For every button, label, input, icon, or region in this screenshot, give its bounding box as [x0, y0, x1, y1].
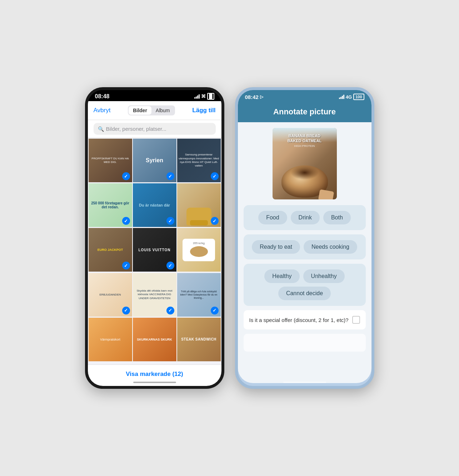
special-offer-label: Is it a special offer (discount, 2 for 1…	[249, 317, 352, 323]
left-status-icons: ⌘ █	[194, 93, 214, 100]
page-container: 08:48 ⌘ █ Avbryt Bilder Album	[85, 87, 374, 389]
list-item[interactable]: LOUIS VUITTON ✓	[133, 228, 176, 272]
type-option-buttons: Food Drink Both	[249, 211, 360, 224]
annotate-header: Annotate picture	[238, 101, 371, 122]
needs-cooking-button[interactable]: Needs cooking	[304, 240, 357, 254]
preparation-option-buttons: Ready to eat Needs cooking	[249, 240, 360, 254]
preparation-option-group: Ready to eat Needs cooking	[244, 234, 366, 259]
drink-button[interactable]: Drink	[291, 211, 320, 224]
list-item[interactable]: Samsung presenterar värmepumps-Innovatio…	[177, 139, 221, 182]
right-time: 08:42	[245, 94, 259, 100]
partial-section	[244, 334, 366, 352]
check-badge: ✓	[211, 172, 219, 180]
list-item[interactable]: PROFFSKRAFT DU KAN HA MED DIG. ✓	[89, 139, 132, 182]
list-item[interactable]: ✓	[177, 183, 221, 227]
location-icon: ▷	[260, 94, 263, 99]
check-badge: ✓	[122, 307, 130, 314]
signal-icon	[339, 95, 344, 99]
list-item[interactable]: STEAK SANDWICH	[177, 318, 221, 361]
search-input[interactable]: 🔍 Bilder, personer, platser...	[94, 123, 216, 135]
check-badge: ✓	[166, 217, 174, 225]
view-selected-button[interactable]: Visa markerade (12)	[126, 371, 183, 377]
battery-icon: █	[207, 93, 214, 100]
check-badge: ✓	[166, 262, 174, 269]
health-option-group: Healthy Unhealthy Cannot decide	[244, 264, 366, 306]
list-item[interactable]: Värmpratskort	[89, 318, 132, 361]
health-option-buttons: Healthy Unhealthy	[249, 269, 360, 283]
list-item[interactable]: Skydda ditt ofödda barn mot kikhosta VAC…	[133, 273, 176, 317]
right-status-icons: 4G 100	[339, 94, 364, 100]
healthy-button[interactable]: Healthy	[264, 269, 299, 283]
photo-footer: Visa markerade (12)	[88, 365, 221, 383]
check-badge: ✓	[122, 172, 130, 180]
unhealthy-button[interactable]: Unhealthy	[303, 269, 345, 283]
check-badge: ✓	[166, 172, 174, 180]
left-time: 08:48	[95, 93, 110, 100]
annotate-body: BANANA BREAD BAKED OATMEAL HIGH PROTEIN	[238, 122, 371, 383]
left-status-bar: 08:48 ⌘ █	[88, 90, 221, 101]
both-button[interactable]: Both	[323, 211, 351, 224]
search-bar: 🔍 Bilder, personer, platser...	[88, 120, 221, 138]
check-badge: ✓	[122, 262, 130, 269]
photo-picker-header: Avbryt Bilder Album Lägg till	[88, 101, 221, 120]
signal-icon	[194, 94, 200, 99]
battery-icon: 100	[353, 94, 364, 100]
right-status-bar: 08:42 ▷ 4G 100	[238, 90, 371, 101]
home-indicator-right	[283, 382, 326, 383]
check-badge: ✓	[211, 307, 219, 314]
list-item[interactable]: Du är nästan där ✓	[133, 183, 176, 227]
photo-picker-tabs: Bilder Album	[128, 105, 175, 115]
photo-picker-content: Avbryt Bilder Album Lägg till 🔍 Bilder, …	[88, 101, 221, 383]
list-item[interactable]: Syrien ✓	[133, 139, 176, 182]
search-icon: 🔍	[98, 126, 104, 132]
check-badge: ✓	[166, 307, 174, 314]
cannot-decide-button[interactable]: Cannot decide	[278, 287, 331, 300]
network-type: 4G	[346, 94, 352, 100]
list-item[interactable]: SKURKARNAS SKURK	[133, 318, 176, 361]
list-item[interactable]: Trött på dåliga och fula solskydd bilen?…	[177, 273, 221, 317]
search-placeholder: Bilder, personer, platser...	[106, 126, 166, 132]
ready-to-eat-button[interactable]: Ready to eat	[252, 240, 300, 254]
list-item[interactable]: 355 kr/kg	[177, 228, 221, 272]
cancel-button[interactable]: Avbryt	[94, 107, 111, 114]
food-image-title-2: BAKED OATMEAL	[288, 138, 322, 143]
check-badge: ✓	[211, 217, 219, 225]
food-image: BANANA BREAD BAKED OATMEAL HIGH PROTEIN	[273, 128, 337, 199]
wifi-icon: ⌘	[201, 94, 206, 99]
tab-album[interactable]: Album	[151, 106, 174, 115]
annotate-title: Annotate picture	[244, 107, 366, 116]
annotate-screen: Annotate picture BANANA BREAD BAKED OATM…	[238, 101, 371, 383]
food-image-title-1: BANANA BREAD	[288, 133, 322, 138]
special-offer-row: Is it a special offer (discount, 2 for 1…	[244, 310, 366, 329]
food-image-container: BANANA BREAD BAKED OATMEAL HIGH PROTEIN	[244, 128, 366, 199]
type-option-group: Food Drink Both	[244, 205, 366, 230]
list-item[interactable]: ERBJUDANDEN ✓	[89, 273, 132, 317]
photo-grid: PROFFSKRAFT DU KAN HA MED DIG. ✓ Syrien …	[88, 138, 221, 362]
food-image-subtitle: HIGH PROTEIN	[288, 144, 322, 148]
add-button[interactable]: Lägg till	[192, 107, 215, 114]
tab-bilder[interactable]: Bilder	[129, 106, 151, 115]
home-indicator	[133, 382, 176, 383]
special-offer-checkbox[interactable]	[352, 316, 360, 324]
check-badge: ✓	[122, 217, 130, 225]
list-item[interactable]: 250 000 företagare gör det redan. ✓	[89, 183, 132, 227]
list-item[interactable]: EURO JACKPOT ✓	[89, 228, 132, 272]
food-button[interactable]: Food	[258, 211, 287, 224]
right-phone: 08:42 ▷ 4G 100 Annotate picture	[235, 87, 374, 389]
left-phone: 08:48 ⌘ █ Avbryt Bilder Album	[85, 87, 224, 389]
